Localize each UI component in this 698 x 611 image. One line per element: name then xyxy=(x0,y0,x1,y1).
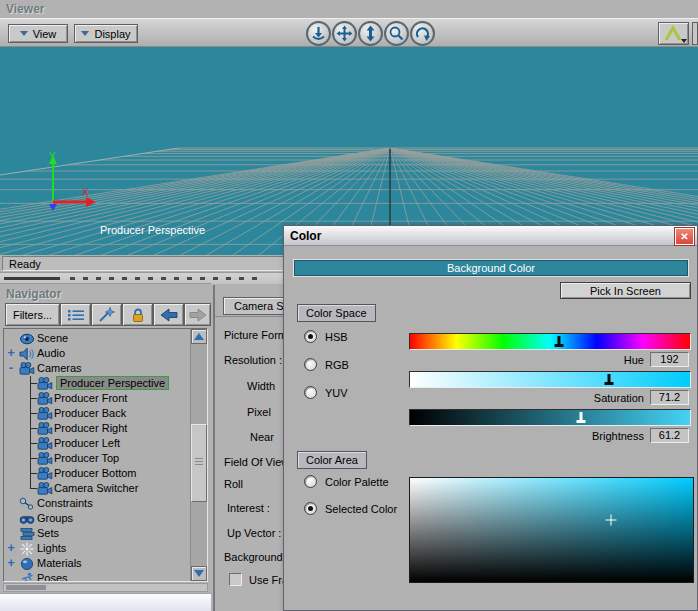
scrollbar-thumb[interactable] xyxy=(6,585,46,590)
viewport-camera-label: Producer Perspective xyxy=(100,224,205,236)
tree-item-producer-bottom[interactable]: Producer Bottom xyxy=(4,466,207,481)
brightness-slider-handle[interactable] xyxy=(579,412,582,420)
hue-value[interactable]: 192 xyxy=(650,352,689,367)
back-arrow-icon xyxy=(159,307,179,323)
thumb-grip xyxy=(195,458,203,459)
chevron-down-icon xyxy=(81,31,89,36)
camera-icon xyxy=(37,467,53,481)
radio-button-icon[interactable] xyxy=(304,386,317,399)
radio-rgb[interactable]: RGB xyxy=(304,358,349,371)
radio-yuv[interactable]: YUV xyxy=(304,386,348,399)
saturation-slider-handle[interactable] xyxy=(607,374,610,382)
field-label: Up Vector : xyxy=(227,527,281,539)
field-label: Width xyxy=(247,380,275,392)
tree-item-sets[interactable]: Sets xyxy=(4,526,207,541)
binoculars-icon xyxy=(19,512,35,526)
hue-slider-handle[interactable] xyxy=(558,336,561,344)
close-icon[interactable]: ✕ xyxy=(675,228,694,245)
expand-icon[interactable]: + xyxy=(5,346,17,360)
wand-icon xyxy=(97,307,117,323)
color-picker-area[interactable] xyxy=(409,477,694,583)
camera-icon xyxy=(37,452,53,466)
color-dialog: Color ✕ Background Color Pick In Screen … xyxy=(283,225,698,611)
tree-item-producer-left[interactable]: Producer Left xyxy=(4,436,207,451)
scrollbar-thumb[interactable] xyxy=(191,424,207,502)
radio-selected-color[interactable]: Selected Color xyxy=(304,502,397,515)
bottom-panel-edge xyxy=(0,593,211,611)
tree-item-scene[interactable]: Scene xyxy=(4,331,207,346)
light-icon xyxy=(19,542,35,556)
filters-button[interactable]: Filters... xyxy=(5,303,60,326)
camera-icon xyxy=(37,482,53,496)
runner-icon xyxy=(19,572,35,582)
use-frame-checkbox[interactable] xyxy=(229,573,242,586)
pan-view-button[interactable] xyxy=(332,21,357,46)
filter-wand-button[interactable] xyxy=(91,303,122,326)
color-picker-crosshair[interactable] xyxy=(605,514,616,525)
field-label: Near xyxy=(250,431,274,443)
tree-item-producer-front[interactable]: Producer Front xyxy=(4,391,207,406)
lock-icon xyxy=(129,307,147,323)
tree-item-audio[interactable]: + Audio xyxy=(4,346,207,361)
tree-item-producer-perspective[interactable]: Producer Perspective xyxy=(4,376,207,391)
pan-icon xyxy=(336,25,353,42)
pick-in-screen-button[interactable]: Pick In Screen xyxy=(560,282,691,299)
selected-tree-item-label[interactable]: Producer Perspective xyxy=(56,376,169,390)
viewport[interactable]: Y X Producer Perspective xyxy=(0,47,698,255)
frame-selection-button[interactable] xyxy=(658,22,689,45)
scroll-up-button[interactable] xyxy=(191,329,207,344)
brightness-value[interactable]: 61.2 xyxy=(650,428,689,443)
brightness-slider[interactable] xyxy=(409,409,691,426)
tree-item-lights[interactable]: + Lights xyxy=(4,541,207,556)
radio-hsb[interactable]: HSB xyxy=(304,330,348,343)
field-label: Roll xyxy=(224,478,243,490)
camera-icon xyxy=(37,422,53,436)
center-view-button[interactable] xyxy=(306,21,331,46)
tree-item-producer-back[interactable]: Producer Back xyxy=(4,406,207,421)
lock-button[interactable] xyxy=(122,303,153,326)
collapse-icon[interactable]: - xyxy=(5,361,17,375)
radio-button-icon[interactable] xyxy=(304,475,317,488)
tree-item-constraints[interactable]: Constraints xyxy=(4,496,207,511)
list-view-button[interactable] xyxy=(60,303,91,326)
orbit-view-button[interactable] xyxy=(410,21,435,46)
view-menu-button[interactable]: View xyxy=(8,24,68,43)
expand-icon[interactable]: + xyxy=(5,541,17,555)
color-dialog-title: Color xyxy=(290,229,321,243)
zoom-view-button[interactable] xyxy=(384,21,409,46)
view-menu-label: View xyxy=(33,28,57,40)
scroll-down-button[interactable] xyxy=(191,566,207,581)
radio-color-palette[interactable]: Color Palette xyxy=(304,475,389,488)
tree-item-producer-top[interactable]: Producer Top xyxy=(4,451,207,466)
background-color-swatch: Background Color xyxy=(293,259,689,277)
hue-slider[interactable] xyxy=(409,333,691,350)
viewer-toolbar: View Display xyxy=(0,18,698,47)
dolly-view-button[interactable] xyxy=(358,21,383,46)
tree-scrollbar-vertical[interactable] xyxy=(190,329,207,581)
color-dialog-titlebar[interactable]: Color ✕ xyxy=(284,226,697,246)
tree-item-producer-right[interactable]: Producer Right xyxy=(4,421,207,436)
zoom-icon xyxy=(388,25,405,42)
field-label: Resolution : xyxy=(224,354,282,366)
partial-toolbar-button[interactable] xyxy=(692,22,698,45)
tree-item-materials[interactable]: + Materials xyxy=(4,556,207,571)
tree-item-groups[interactable]: Groups xyxy=(4,511,207,526)
radio-button-icon[interactable] xyxy=(304,358,317,371)
forward-button[interactable] xyxy=(184,303,211,326)
expand-icon[interactable]: + xyxy=(5,556,17,570)
tree-item-camera-switcher[interactable]: Camera Switcher xyxy=(4,481,207,496)
dolly-icon xyxy=(362,25,379,42)
tree-scrollbar-horizontal[interactable] xyxy=(3,583,208,592)
display-menu-button[interactable]: Display xyxy=(74,24,138,43)
saturation-slider[interactable] xyxy=(409,371,691,388)
saturation-value[interactable]: 71.2 xyxy=(650,390,689,405)
link-icon xyxy=(19,497,35,511)
back-button[interactable] xyxy=(153,303,184,326)
tree-item-cameras[interactable]: - Cameras xyxy=(4,361,207,376)
radio-button-icon[interactable] xyxy=(304,330,317,343)
radio-button-icon[interactable] xyxy=(304,502,317,515)
tree-item-poses[interactable]: Poses xyxy=(4,571,207,582)
color-area-group-label: Color Area xyxy=(297,451,367,469)
color-space-group-label: Color Space xyxy=(297,304,376,322)
triangle-down-icon xyxy=(194,570,204,577)
